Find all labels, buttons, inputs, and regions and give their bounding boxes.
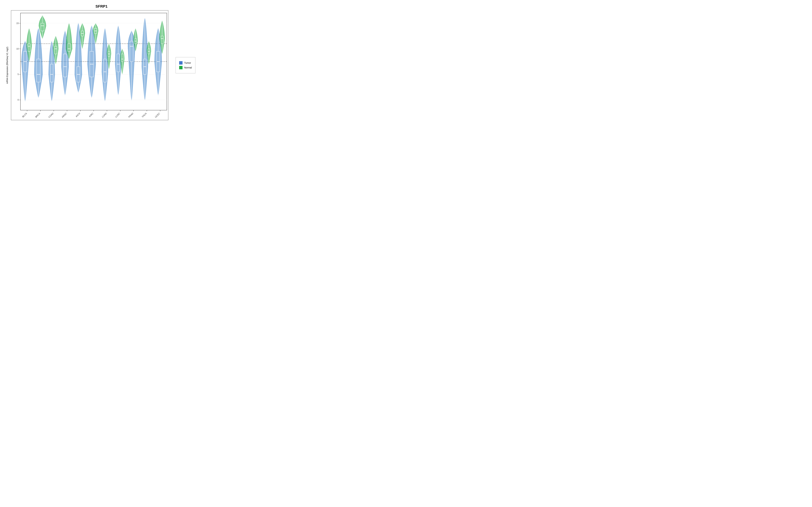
svg-text:COAD: COAD (48, 112, 54, 118)
svg-text:BRCA: BRCA (35, 112, 41, 118)
svg-text:10: 10 (16, 48, 19, 50)
chart-container: SFRP1 mRNA Expression (RNASeq V2, log2) … (4, 3, 199, 124)
svg-text:KICH: KICH (75, 112, 81, 118)
svg-text:5: 5 (17, 73, 19, 75)
svg-text:THCA: THCA (141, 112, 147, 118)
legend-color-tumor (179, 61, 183, 65)
svg-text:LUSC: LUSC (115, 112, 121, 118)
svg-text:HNSC: HNSC (61, 112, 67, 118)
legend-label-normal: Normal (184, 66, 192, 69)
svg-text:0: 0 (17, 99, 19, 101)
svg-text:KIRC: KIRC (89, 112, 94, 118)
svg-text:UCEC: UCEC (154, 112, 160, 118)
legend-item-tumor: Tumor (179, 61, 192, 65)
legend-label-tumor: Tumor (184, 61, 191, 64)
legend-color-normal (179, 66, 183, 69)
chart-title: SFRP1 (4, 3, 199, 9)
legend-item-normal: Normal (179, 66, 192, 69)
svg-text:15: 15 (16, 22, 19, 24)
svg-text:BLCA: BLCA (22, 112, 28, 118)
svg-text:LUAD: LUAD (101, 112, 107, 118)
plot-area: 051015BLCABRCACOADHNSCKICHKIRCLUADLUSCPR… (11, 10, 168, 120)
chart-svg: 051015BLCABRCACOADHNSCKICHKIRCLUADLUSCPR… (11, 10, 168, 120)
svg-text:PRAD: PRAD (128, 112, 134, 118)
legend: Tumor Normal (175, 57, 195, 73)
y-axis-label: mRNA Expression (RNASeq V2, log2) (4, 10, 11, 120)
